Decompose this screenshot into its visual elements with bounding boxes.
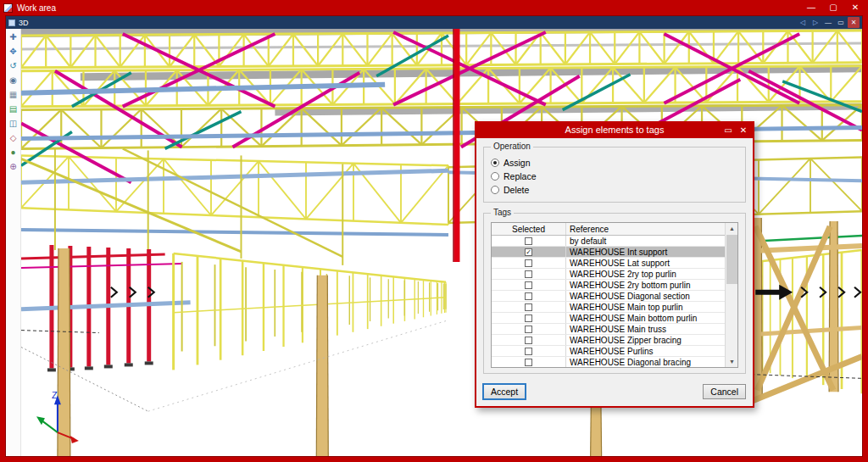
dialog-close-button[interactable]: ✕ xyxy=(736,125,751,135)
component-icon[interactable]: ◇ xyxy=(8,132,19,143)
table-row[interactable]: WAREHOUSE 2ry top purlin xyxy=(492,269,725,280)
column-header-reference[interactable]: Reference xyxy=(566,223,725,235)
views-icon[interactable]: ◫ xyxy=(8,118,19,129)
accept-button[interactable]: Accept xyxy=(483,384,526,399)
row-checkbox[interactable] xyxy=(525,314,532,322)
row-checkbox[interactable] xyxy=(525,281,532,289)
row-checkbox[interactable] xyxy=(525,359,532,366)
radio-label: Delete xyxy=(504,185,529,195)
view-controls: ◁ ▷ — ▭ ✕ xyxy=(797,17,860,28)
row-checkbox[interactable] xyxy=(525,303,532,311)
table-row[interactable]: WAREHOUSE Zipper bracing xyxy=(492,335,725,346)
table-row[interactable]: ✓WAREHOUSE Int support xyxy=(492,247,725,258)
rotate-icon[interactable]: ↺ xyxy=(8,60,19,71)
scroll-down-icon[interactable]: ▼ xyxy=(726,356,738,367)
nav-forward-icon[interactable]: ▷ xyxy=(810,17,821,28)
tags-group: Tags Selected Reference by default✓WAREH… xyxy=(483,213,746,374)
row-checkbox[interactable] xyxy=(525,348,532,355)
table-row[interactable]: by default xyxy=(492,236,725,247)
row-reference: WAREHOUSE Main bottom purlin xyxy=(566,313,725,324)
row-reference: WAREHOUSE 2ry bottom purlin xyxy=(566,280,725,291)
dialog-button-row: Accept Cancel xyxy=(483,384,746,399)
settings-icon[interactable]: ⊕ xyxy=(8,161,19,172)
view-close-button[interactable]: ✕ xyxy=(848,17,860,28)
tags-table-header: Selected Reference xyxy=(492,223,725,236)
radio-icon[interactable] xyxy=(491,159,499,167)
dialog-controls: ▭ ✕ xyxy=(721,121,751,138)
row-selected-cell xyxy=(492,302,566,312)
row-selected-cell xyxy=(492,346,566,356)
radio-option-replace[interactable]: Replace xyxy=(491,170,738,183)
row-selected-cell xyxy=(492,236,566,246)
row-checkbox[interactable] xyxy=(525,237,532,245)
grid-icon[interactable]: ▦ xyxy=(8,89,19,100)
scroll-up-icon[interactable]: ▲ xyxy=(726,223,738,234)
row-checkbox[interactable] xyxy=(525,337,532,344)
row-selected-cell xyxy=(492,280,566,290)
pointer-icon[interactable]: ✚ xyxy=(8,31,19,42)
row-reference: WAREHOUSE Main top purlin xyxy=(566,302,725,313)
table-row[interactable]: WAREHOUSE Main truss xyxy=(492,324,725,335)
minimize-button[interactable]: — xyxy=(800,0,822,15)
tags-table-body: by default✓WAREHOUSE Int supportWAREHOUS… xyxy=(492,236,725,368)
tags-table: Selected Reference by default✓WAREHOUSE … xyxy=(491,222,738,368)
dialog-body: Operation AssignReplaceDelete Tags Selec… xyxy=(476,138,753,406)
row-checkbox[interactable] xyxy=(525,292,532,300)
radio-label: Replace xyxy=(504,171,537,181)
close-button[interactable]: ✕ xyxy=(844,0,866,15)
dialog-title: Assign elements to tags xyxy=(476,125,753,135)
table-row[interactable]: WAREHOUSE Diagonal section xyxy=(492,291,725,302)
view-title: 3D xyxy=(19,19,797,27)
row-selected-cell xyxy=(492,269,566,279)
pan-icon[interactable]: ✥ xyxy=(8,46,19,57)
app-icon xyxy=(3,3,13,13)
window-titlebar: Work area — ▢ ✕ xyxy=(0,0,868,15)
layers-icon[interactable]: ▤ xyxy=(8,103,19,114)
radio-icon[interactable] xyxy=(491,186,499,194)
dialog-titlebar[interactable]: Assign elements to tags ▭ ✕ xyxy=(476,121,753,138)
column-header-selected[interactable]: Selected xyxy=(492,223,566,235)
view-minimize-button[interactable]: — xyxy=(822,17,834,28)
maximize-button[interactable]: ▢ xyxy=(822,0,844,15)
row-reference: WAREHOUSE Zipper bracing xyxy=(566,335,725,346)
tags-group-label: Tags xyxy=(491,208,514,217)
radio-option-assign[interactable]: Assign xyxy=(491,156,738,170)
row-selected-cell xyxy=(492,258,566,268)
table-row[interactable]: WAREHOUSE Lat support xyxy=(492,258,725,269)
row-selected-cell xyxy=(492,335,566,345)
tags-table-main: Selected Reference by default✓WAREHOUSE … xyxy=(492,223,725,367)
row-selected-cell xyxy=(492,313,566,323)
row-reference: WAREHOUSE Main truss xyxy=(566,324,725,335)
radio-label: Assign xyxy=(504,158,531,168)
table-row[interactable]: WAREHOUSE Main top purlin xyxy=(492,302,725,313)
table-row[interactable]: WAREHOUSE Diagonal bracing xyxy=(492,357,725,368)
row-reference: WAREHOUSE Diagonal section xyxy=(566,291,725,302)
visibility-icon[interactable]: ● xyxy=(8,147,19,158)
dialog-maximize-button[interactable]: ▭ xyxy=(721,125,736,135)
row-selected-cell xyxy=(492,324,566,334)
row-checkbox[interactable]: ✓ xyxy=(525,248,532,256)
row-reference: WAREHOUSE 2ry top purlin xyxy=(566,269,725,280)
row-selected-cell: ✓ xyxy=(492,247,566,257)
view-toolbar: ✚✥↺◉▦▤◫◇●⊕ xyxy=(6,29,21,456)
row-reference: WAREHOUSE Int support xyxy=(566,247,725,258)
assign-elements-dialog: Assign elements to tags ▭ ✕ Operation As… xyxy=(475,121,754,408)
row-selected-cell xyxy=(492,357,566,367)
table-scrollbar[interactable]: ▲ ▼ xyxy=(725,223,737,367)
nav-back-icon[interactable]: ◁ xyxy=(797,17,809,28)
scrollbar-thumb[interactable] xyxy=(726,235,737,284)
cancel-button[interactable]: Cancel xyxy=(703,384,746,399)
table-row[interactable]: WAREHOUSE Purlins xyxy=(492,346,725,357)
radio-option-delete[interactable]: Delete xyxy=(491,183,738,197)
view-restore-button[interactable]: ▭ xyxy=(835,17,847,28)
row-reference: WAREHOUSE Lat support xyxy=(566,258,725,269)
radio-icon[interactable] xyxy=(491,172,499,181)
zoom-icon[interactable]: ◉ xyxy=(8,75,19,86)
operation-options: AssignReplaceDelete xyxy=(491,156,738,197)
table-row[interactable]: WAREHOUSE 2ry bottom purlin xyxy=(492,280,725,291)
row-checkbox[interactable] xyxy=(525,259,532,267)
view-titlebar: 3D ◁ ▷ — ▭ ✕ xyxy=(6,16,862,29)
table-row[interactable]: WAREHOUSE Main bottom purlin xyxy=(492,313,725,324)
row-checkbox[interactable] xyxy=(525,270,532,278)
row-checkbox[interactable] xyxy=(525,326,532,333)
